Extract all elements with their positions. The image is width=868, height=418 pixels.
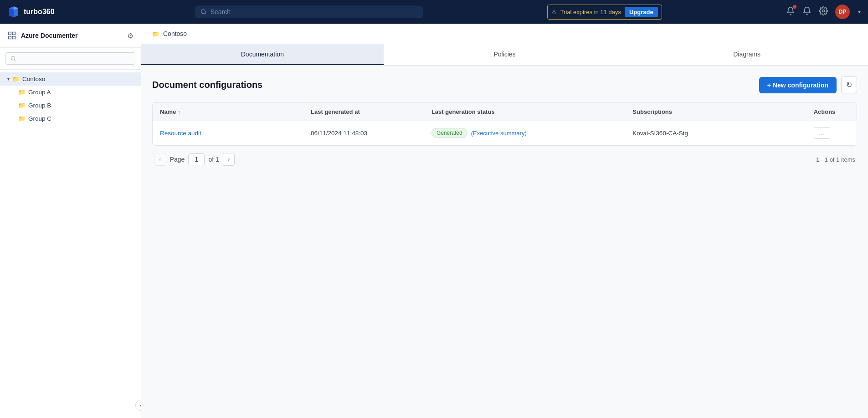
sidebar: Azure Documenter ⚙ ▾ 📁 Contoso 📁 Group A	[0, 24, 141, 418]
contoso-folder-icon: 📁	[12, 76, 20, 82]
column-name: Name ↑	[153, 103, 303, 121]
refresh-button[interactable]: ↻	[841, 76, 857, 93]
sort-icon: ↑	[178, 109, 180, 115]
svg-point-3	[201, 10, 205, 14]
turbo360-logo-icon	[7, 5, 20, 18]
subscriptions-cell: Kovai-SI360-CA-Stg	[625, 121, 806, 145]
status-cell: Generated (Executive summary)	[424, 121, 625, 145]
actions-cell: …	[806, 121, 857, 145]
pagination: ‹ Page 1 of 1 › 1 - 1 of 1 items	[152, 146, 857, 173]
svg-rect-9	[13, 36, 15, 39]
sidebar-item-group-a[interactable]: 📁 Group A	[0, 86, 141, 99]
app-name: turbo360	[24, 8, 55, 16]
page-title: Document configurations	[152, 80, 262, 90]
svg-rect-8	[9, 36, 11, 39]
avatar-chevron-icon: ▾	[858, 9, 861, 15]
module-icon	[7, 31, 16, 40]
current-page: 1	[188, 153, 205, 165]
document-config-header: Document configurations + New configurat…	[152, 76, 857, 93]
svg-point-10	[11, 56, 15, 60]
prev-page-button[interactable]: ‹	[154, 153, 166, 166]
logo-area: turbo360	[7, 5, 71, 18]
search-input[interactable]	[211, 8, 418, 15]
notification-dot	[793, 5, 796, 9]
svg-line-11	[14, 60, 15, 61]
sidebar-header: Azure Documenter ⚙	[0, 24, 141, 48]
sidebar-search-area	[0, 48, 141, 70]
announcements-icon[interactable]	[786, 6, 795, 18]
svg-line-4	[205, 13, 206, 14]
group-b-folder-icon: 📁	[18, 102, 26, 109]
sidebar-item-group-b[interactable]: 📁 Group B	[0, 99, 141, 112]
tab-policies[interactable]: Policies	[384, 44, 626, 65]
warning-icon: ⚠	[551, 9, 557, 15]
contoso-chevron-icon: ▾	[7, 76, 10, 82]
tab-diagrams[interactable]: Diagrams	[626, 44, 868, 65]
of-label: of 1	[208, 156, 219, 163]
header-actions: + New configuration ↻	[759, 76, 857, 93]
svg-rect-6	[9, 32, 11, 35]
sidebar-gear-icon[interactable]: ⚙	[127, 31, 134, 40]
row-actions-button[interactable]: …	[814, 127, 830, 139]
trial-text: Trial expires in 11 days	[560, 9, 621, 15]
nav-icons: DP ▾	[786, 5, 861, 19]
breadcrumb: 📁 Contoso	[141, 24, 868, 44]
tab-documentation[interactable]: Documentation	[141, 44, 384, 65]
status-badge: Generated	[431, 128, 467, 138]
settings-gear-icon[interactable]	[819, 6, 828, 18]
sidebar-item-contoso[interactable]: ▾ 📁 Contoso	[0, 72, 141, 86]
group-a-folder-icon: 📁	[18, 89, 26, 96]
page-label: Page	[170, 156, 185, 163]
column-last-status: Last generation status	[424, 103, 625, 121]
bell-icon[interactable]	[802, 6, 812, 18]
tabs-bar: Documentation Policies Diagrams	[141, 44, 868, 66]
sidebar-search-input[interactable]	[19, 55, 130, 62]
next-page-button[interactable]: ›	[223, 153, 235, 166]
breadcrumb-label: Contoso	[163, 30, 187, 37]
avatar[interactable]: DP	[835, 5, 850, 19]
search-bar[interactable]	[195, 5, 423, 18]
column-last-generated: Last generated at	[303, 103, 424, 121]
group-b-label: Group B	[28, 102, 51, 109]
svg-rect-7	[13, 32, 15, 35]
new-configuration-button[interactable]: + New configuration	[759, 77, 837, 93]
column-subscriptions: Subscriptions	[625, 103, 806, 121]
trial-badge: ⚠ Trial expires in 11 days Upgrade	[547, 5, 662, 20]
main-content: 📁 Contoso Documentation Policies Diagram…	[141, 24, 868, 418]
search-icon	[200, 9, 206, 15]
items-info: 1 - 1 of 1 items	[816, 156, 855, 163]
config-name-cell[interactable]: Resource audit	[153, 121, 303, 145]
group-c-folder-icon: 📁	[18, 115, 26, 122]
upgrade-button[interactable]: Upgrade	[625, 7, 658, 17]
sidebar-collapse-button[interactable]: ‹	[135, 400, 141, 411]
sidebar-tree: ▾ 📁 Contoso 📁 Group A 📁 Group B 📁 Group …	[0, 70, 141, 128]
column-actions: Actions	[806, 103, 857, 121]
executive-summary-link[interactable]: (Executive summary)	[471, 130, 527, 137]
table-header: Name ↑ Last generated at Last generation…	[153, 103, 857, 121]
group-c-label: Group C	[28, 115, 51, 122]
sidebar-search-icon	[10, 56, 16, 61]
sidebar-search-bar[interactable]	[5, 52, 135, 65]
main-layout: Azure Documenter ⚙ ▾ 📁 Contoso 📁 Group A	[0, 24, 868, 418]
svg-point-5	[822, 10, 825, 12]
module-name: Azure Documenter	[21, 32, 123, 39]
group-a-label: Group A	[28, 89, 51, 96]
sidebar-item-group-c[interactable]: 📁 Group C	[0, 112, 141, 125]
contoso-label: Contoso	[22, 76, 45, 82]
breadcrumb-folder-icon: 📁	[152, 31, 159, 37]
configurations-table: Name ↑ Last generated at Last generation…	[152, 102, 857, 146]
top-navigation: turbo360 ⚠ Trial expires in 11 days Upgr…	[0, 0, 868, 24]
page-body: Document configurations + New configurat…	[141, 66, 868, 418]
page-nav: ‹ Page 1 of 1 ›	[154, 153, 235, 166]
last-generated-cell: 06/11/2024 11:48:03	[303, 121, 424, 145]
table-row: Resource audit 06/11/2024 11:48:03 Gener…	[153, 121, 857, 145]
